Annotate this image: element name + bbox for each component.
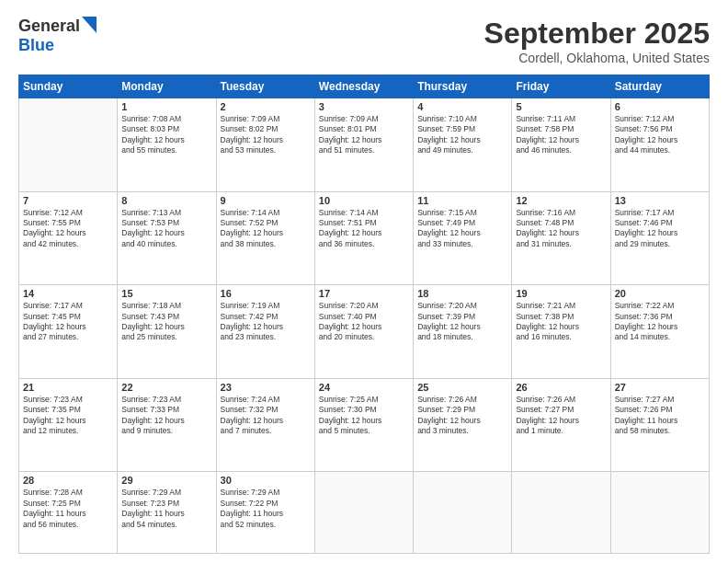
calendar-cell: [512, 472, 610, 554]
logo: General Blue: [18, 17, 97, 55]
day-info: Sunrise: 7:26 AMSunset: 7:29 PMDaylight:…: [417, 395, 507, 437]
day-info: Sunrise: 7:23 AMSunset: 7:35 PMDaylight:…: [23, 395, 113, 437]
calendar-cell: 27Sunrise: 7:27 AMSunset: 7:26 PMDayligh…: [610, 378, 709, 472]
day-number: 30: [221, 475, 311, 486]
day-info: Sunrise: 7:21 AMSunset: 7:38 PMDaylight:…: [516, 301, 606, 343]
day-number: 9: [221, 195, 311, 206]
calendar-cell: 30Sunrise: 7:29 AMSunset: 7:22 PMDayligh…: [216, 472, 314, 554]
calendar-cell: 16Sunrise: 7:19 AMSunset: 7:42 PMDayligh…: [216, 285, 314, 379]
day-number: 17: [319, 288, 409, 299]
day-number: 19: [516, 288, 606, 299]
col-sunday: Sunday: [19, 75, 118, 98]
day-number: 11: [417, 195, 507, 206]
calendar-cell: 4Sunrise: 7:10 AMSunset: 7:59 PMDaylight…: [414, 98, 512, 192]
calendar-cell: 24Sunrise: 7:25 AMSunset: 7:30 PMDayligh…: [314, 378, 413, 472]
day-number: 26: [516, 382, 606, 393]
day-number: 16: [221, 288, 311, 299]
day-number: 29: [121, 475, 211, 486]
day-number: 6: [615, 101, 705, 112]
calendar-cell: 8Sunrise: 7:13 AMSunset: 7:53 PMDaylight…: [118, 191, 216, 285]
day-number: 2: [221, 101, 311, 112]
logo-general-text: General: [18, 17, 80, 36]
day-number: 21: [23, 382, 113, 393]
day-number: 10: [319, 195, 409, 206]
calendar-cell: 5Sunrise: 7:11 AMSunset: 7:58 PMDaylight…: [512, 98, 610, 192]
calendar-cell: 12Sunrise: 7:16 AMSunset: 7:48 PMDayligh…: [512, 191, 610, 285]
day-number: 13: [615, 195, 705, 206]
day-number: 27: [615, 382, 705, 393]
col-wednesday: Wednesday: [314, 75, 413, 98]
day-info: Sunrise: 7:25 AMSunset: 7:30 PMDaylight:…: [319, 395, 409, 437]
day-info: Sunrise: 7:28 AMSunset: 7:25 PMDaylight:…: [23, 488, 113, 530]
calendar-header: Sunday Monday Tuesday Wednesday Thursday…: [19, 75, 710, 98]
header: General Blue September 2025 Cordell, Okl…: [18, 17, 710, 65]
calendar-body: 1Sunrise: 7:08 AMSunset: 8:03 PMDaylight…: [19, 98, 710, 554]
day-number: 18: [417, 288, 507, 299]
calendar-cell: [610, 472, 709, 554]
col-thursday: Thursday: [414, 75, 512, 98]
day-number: 14: [23, 288, 113, 299]
day-number: 7: [23, 195, 113, 206]
calendar-cell: 29Sunrise: 7:29 AMSunset: 7:23 PMDayligh…: [118, 472, 216, 554]
day-info: Sunrise: 7:20 AMSunset: 7:40 PMDaylight:…: [319, 301, 409, 343]
day-info: Sunrise: 7:27 AMSunset: 7:26 PMDaylight:…: [615, 395, 705, 437]
day-number: 12: [516, 195, 606, 206]
day-info: Sunrise: 7:26 AMSunset: 7:27 PMDaylight:…: [516, 395, 606, 437]
day-info: Sunrise: 7:15 AMSunset: 7:49 PMDaylight:…: [417, 208, 507, 250]
page: General Blue September 2025 Cordell, Okl…: [0, 0, 728, 563]
calendar-cell: 26Sunrise: 7:26 AMSunset: 7:27 PMDayligh…: [512, 378, 610, 472]
day-info: Sunrise: 7:17 AMSunset: 7:45 PMDaylight:…: [23, 301, 113, 343]
day-info: Sunrise: 7:11 AMSunset: 7:58 PMDaylight:…: [516, 114, 606, 156]
calendar-cell: [414, 472, 512, 554]
day-info: Sunrise: 7:09 AMSunset: 8:01 PMDaylight:…: [319, 114, 409, 156]
day-info: Sunrise: 7:29 AMSunset: 7:23 PMDaylight:…: [121, 488, 211, 530]
calendar-cell: 17Sunrise: 7:20 AMSunset: 7:40 PMDayligh…: [314, 285, 413, 379]
day-info: Sunrise: 7:22 AMSunset: 7:36 PMDaylight:…: [615, 301, 705, 343]
day-info: Sunrise: 7:24 AMSunset: 7:32 PMDaylight:…: [221, 395, 311, 437]
day-number: 3: [319, 101, 409, 112]
calendar-week-4: 21Sunrise: 7:23 AMSunset: 7:35 PMDayligh…: [19, 378, 710, 472]
day-info: Sunrise: 7:17 AMSunset: 7:46 PMDaylight:…: [615, 208, 705, 250]
day-number: 15: [121, 288, 211, 299]
calendar-cell: 11Sunrise: 7:15 AMSunset: 7:49 PMDayligh…: [414, 191, 512, 285]
location-text: Cordell, Oklahoma, United States: [484, 51, 710, 65]
title-block: September 2025 Cordell, Oklahoma, United…: [484, 17, 710, 65]
day-info: Sunrise: 7:18 AMSunset: 7:43 PMDaylight:…: [121, 301, 211, 343]
day-info: Sunrise: 7:13 AMSunset: 7:53 PMDaylight:…: [121, 208, 211, 250]
calendar-week-2: 7Sunrise: 7:12 AMSunset: 7:55 PMDaylight…: [19, 191, 710, 285]
day-number: 24: [319, 382, 409, 393]
day-info: Sunrise: 7:20 AMSunset: 7:39 PMDaylight:…: [417, 301, 507, 343]
logo-arrow-icon: [82, 17, 97, 33]
calendar-week-3: 14Sunrise: 7:17 AMSunset: 7:45 PMDayligh…: [19, 285, 710, 379]
day-info: Sunrise: 7:10 AMSunset: 7:59 PMDaylight:…: [417, 114, 507, 156]
calendar-cell: 6Sunrise: 7:12 AMSunset: 7:56 PMDaylight…: [610, 98, 709, 192]
calendar-cell: 2Sunrise: 7:09 AMSunset: 8:02 PMDaylight…: [216, 98, 314, 192]
calendar-cell: 1Sunrise: 7:08 AMSunset: 8:03 PMDaylight…: [118, 98, 216, 192]
day-info: Sunrise: 7:09 AMSunset: 8:02 PMDaylight:…: [221, 114, 311, 156]
day-number: 1: [121, 101, 211, 112]
col-monday: Monday: [118, 75, 216, 98]
day-number: 23: [221, 382, 311, 393]
day-info: Sunrise: 7:23 AMSunset: 7:33 PMDaylight:…: [121, 395, 211, 437]
day-number: 5: [516, 101, 606, 112]
calendar-cell: 25Sunrise: 7:26 AMSunset: 7:29 PMDayligh…: [414, 378, 512, 472]
calendar-cell: 21Sunrise: 7:23 AMSunset: 7:35 PMDayligh…: [19, 378, 118, 472]
calendar-cell: 10Sunrise: 7:14 AMSunset: 7:51 PMDayligh…: [314, 191, 413, 285]
calendar-cell: 14Sunrise: 7:17 AMSunset: 7:45 PMDayligh…: [19, 285, 118, 379]
day-info: Sunrise: 7:29 AMSunset: 7:22 PMDaylight:…: [221, 488, 311, 530]
day-info: Sunrise: 7:12 AMSunset: 7:56 PMDaylight:…: [615, 114, 705, 156]
day-number: 22: [121, 382, 211, 393]
calendar-week-1: 1Sunrise: 7:08 AMSunset: 8:03 PMDaylight…: [19, 98, 710, 192]
day-info: Sunrise: 7:12 AMSunset: 7:55 PMDaylight:…: [23, 208, 113, 250]
day-info: Sunrise: 7:14 AMSunset: 7:51 PMDaylight:…: [319, 208, 409, 250]
calendar-cell: [314, 472, 413, 554]
calendar-cell: 22Sunrise: 7:23 AMSunset: 7:33 PMDayligh…: [118, 378, 216, 472]
calendar-cell: 28Sunrise: 7:28 AMSunset: 7:25 PMDayligh…: [19, 472, 118, 554]
logo-blue-text: Blue: [18, 37, 54, 55]
calendar-week-5: 28Sunrise: 7:28 AMSunset: 7:25 PMDayligh…: [19, 472, 710, 554]
day-number: 4: [417, 101, 507, 112]
day-info: Sunrise: 7:14 AMSunset: 7:52 PMDaylight:…: [221, 208, 311, 250]
day-info: Sunrise: 7:08 AMSunset: 8:03 PMDaylight:…: [121, 114, 211, 156]
calendar-cell: 13Sunrise: 7:17 AMSunset: 7:46 PMDayligh…: [610, 191, 709, 285]
calendar-cell: 7Sunrise: 7:12 AMSunset: 7:55 PMDaylight…: [19, 191, 118, 285]
